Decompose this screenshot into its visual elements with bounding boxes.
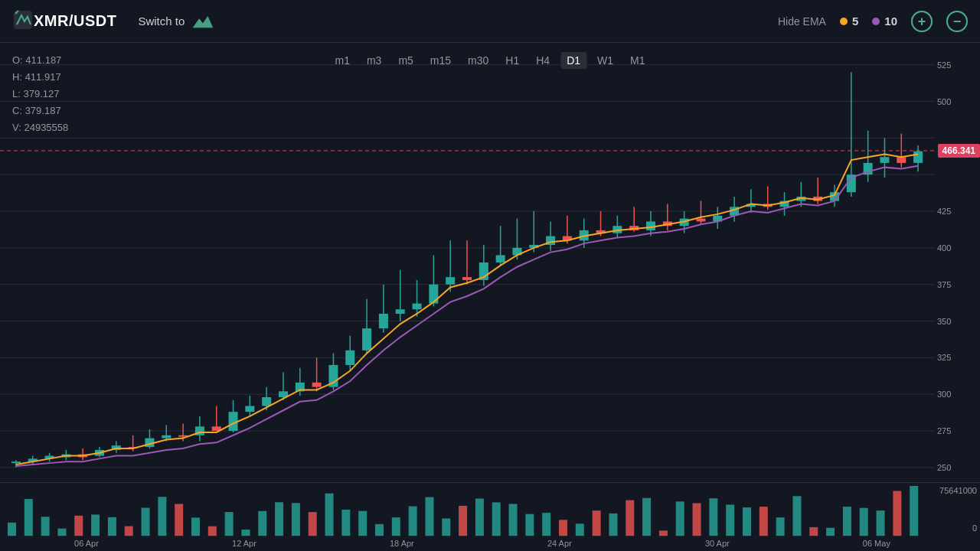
open-value: 411.187: [25, 54, 61, 66]
svg-rect-155: [358, 511, 367, 536]
svg-text:250: 250: [937, 463, 951, 472]
svg-rect-71: [396, 309, 405, 314]
svg-text:375: 375: [937, 280, 951, 289]
svg-rect-152: [309, 512, 317, 536]
svg-rect-165: [525, 514, 534, 536]
svg-rect-136: [41, 517, 50, 536]
volume-value: 24935558: [24, 122, 68, 133]
zoom-out-button[interactable]: −: [946, 11, 968, 32]
svg-rect-172: [642, 498, 651, 536]
volume-row: V: 24935558: [12, 119, 68, 136]
high-label: H:: [12, 71, 22, 83]
svg-text:500: 500: [937, 97, 951, 106]
high-row: H: 411.917: [12, 69, 68, 86]
timeframe-btn-m1[interactable]: m1: [329, 52, 356, 69]
open-row: O: 411.187: [12, 52, 68, 69]
svg-rect-143: [158, 497, 166, 536]
svg-rect-163: [492, 502, 501, 536]
date-label: 24 Apr: [547, 539, 572, 548]
svg-rect-161: [459, 506, 467, 536]
hide-ema-button[interactable]: Hide EMA: [778, 15, 826, 28]
open-label: O:: [12, 54, 23, 66]
svg-text:275: 275: [937, 426, 951, 435]
ema5-dot: [840, 18, 848, 25]
svg-rect-169: [593, 510, 601, 536]
switch-to-label: Switch to: [138, 15, 185, 28]
svg-rect-75: [429, 285, 438, 304]
svg-text:400: 400: [937, 243, 951, 253]
svg-rect-173: [659, 530, 668, 536]
low-row: L: 379.127: [12, 86, 68, 103]
tradingview-icon: [191, 13, 215, 30]
svg-rect-65: [345, 350, 354, 365]
svg-rect-43: [162, 435, 171, 439]
close-row: C: 379.187: [12, 103, 68, 119]
svg-rect-183: [826, 528, 835, 536]
svg-rect-151: [292, 503, 300, 536]
timeframe-btn-m30[interactable]: m30: [462, 52, 495, 69]
zoom-in-button[interactable]: +: [911, 11, 933, 32]
svg-text:525: 525: [937, 60, 951, 70]
close-label: C:: [12, 105, 22, 116]
svg-rect-181: [792, 496, 801, 536]
svg-rect-140: [108, 517, 116, 536]
timeframe-btn-m5[interactable]: m5: [392, 52, 419, 69]
svg-rect-157: [392, 517, 400, 536]
svg-rect-188: [910, 486, 918, 536]
svg-rect-180: [776, 517, 785, 536]
timeframe-btn-m3[interactable]: m3: [361, 52, 387, 69]
timeframe-btn-D1[interactable]: D1: [560, 52, 586, 69]
ema10-dot: [872, 18, 880, 25]
ema-controls: Hide EMA 5 10 + −: [778, 11, 968, 32]
svg-rect-145: [191, 517, 200, 536]
svg-rect-137: [57, 529, 66, 536]
svg-rect-149: [258, 511, 266, 536]
svg-rect-73: [413, 304, 422, 310]
svg-rect-176: [709, 498, 717, 536]
symbol-icon: [12, 9, 34, 34]
ema5-badge: 5: [840, 15, 858, 28]
svg-rect-156: [375, 524, 384, 536]
svg-rect-148: [241, 530, 250, 536]
svg-rect-101: [646, 221, 655, 230]
date-label: 18 Apr: [390, 539, 414, 548]
volume-label: V:: [12, 122, 21, 133]
svg-rect-175: [693, 503, 701, 536]
timeframe-btn-H4[interactable]: H4: [530, 52, 556, 69]
date-label: 06 May: [863, 539, 890, 548]
close-value: 379.187: [25, 105, 61, 116]
svg-rect-141: [125, 527, 133, 536]
timeframe-btn-W1[interactable]: W1: [591, 52, 619, 69]
svg-rect-129: [880, 157, 889, 163]
timeframe-btn-m15[interactable]: m15: [424, 52, 457, 69]
svg-rect-139: [91, 514, 100, 536]
svg-rect-167: [559, 520, 567, 536]
svg-rect-166: [542, 513, 550, 536]
current-price-label: 466.341: [938, 144, 980, 158]
svg-text:300: 300: [937, 390, 951, 399]
high-value: 411.917: [25, 71, 61, 83]
svg-rect-171: [626, 500, 634, 536]
volume-top-label: 75641000: [939, 486, 977, 495]
svg-rect-162: [475, 498, 484, 536]
svg-rect-184: [843, 507, 851, 536]
svg-rect-146: [208, 527, 217, 536]
svg-rect-170: [609, 514, 617, 536]
date-label: 06 Apr: [74, 539, 99, 548]
chart-area[interactable]: 525500425400375350325300275250: [0, 43, 980, 482]
switch-to-button[interactable]: Switch to: [132, 10, 221, 33]
date-axis: 06 Apr12 Apr18 Apr24 Apr30 Apr06 May: [0, 539, 980, 548]
svg-rect-134: [8, 523, 16, 536]
svg-rect-153: [325, 494, 334, 536]
svg-rect-185: [860, 508, 868, 536]
timeframe-bar: m1m3m5m15m30H1H4D1W1M1: [329, 52, 652, 69]
volume-zero-label: 0: [972, 523, 977, 533]
timeframe-btn-H1[interactable]: H1: [499, 52, 525, 69]
svg-rect-67: [362, 328, 371, 350]
timeframe-btn-M1[interactable]: M1: [624, 52, 651, 69]
svg-text:425: 425: [937, 207, 951, 216]
svg-text:325: 325: [937, 353, 951, 362]
svg-rect-133: [913, 152, 923, 163]
svg-rect-159: [425, 497, 433, 536]
svg-rect-138: [74, 516, 83, 536]
